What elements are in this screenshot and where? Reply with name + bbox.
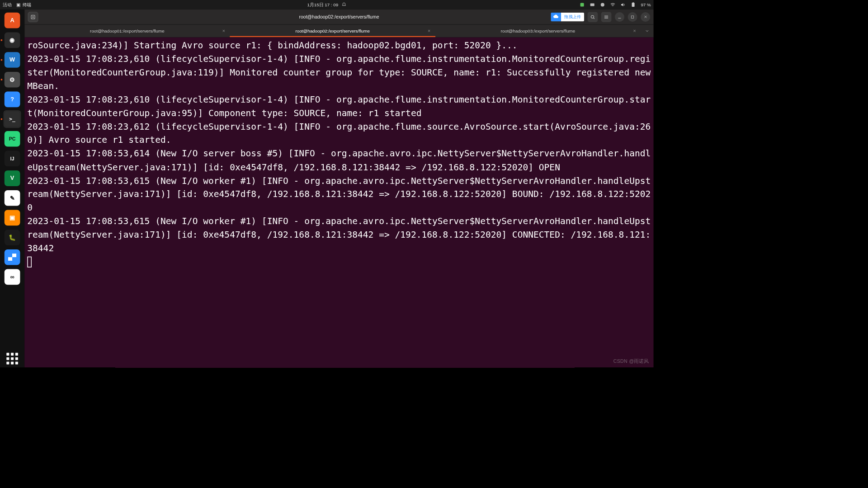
dock-vmware[interactable]: ▣ (4, 209, 21, 226)
terminal-tab-2[interactable]: root@hadoop02:/export/servers/flume× (230, 24, 435, 37)
dock-libreoffice-writer[interactable]: W (4, 51, 21, 69)
tab-label: root@hadoop02:/export/servers/flume (295, 28, 369, 33)
wifi-icon[interactable] (610, 2, 616, 8)
battery-percent: 97 % (641, 2, 651, 7)
svg-rect-7 (631, 16, 633, 18)
tab-close-icon[interactable]: × (222, 28, 225, 33)
new-tab-button[interactable] (28, 12, 38, 22)
svg-rect-4 (633, 2, 634, 3)
svg-point-6 (591, 15, 594, 18)
dock-terminal[interactable]: >_ (4, 110, 21, 128)
clock[interactable]: 1月15日 17 : 09 (307, 2, 339, 8)
window-title: root@hadoop02:/export/servers/flume (299, 14, 379, 19)
svg-point-2 (601, 3, 604, 7)
terminal-output: roSource.java:234)] Starting Avro source… (27, 40, 654, 253)
tray-app3-icon[interactable] (600, 2, 605, 8)
meeting-icon: ▄▀ (5, 249, 20, 265)
app-menu[interactable]: ▣ 终端 (16, 2, 31, 8)
ubuntu-software-icon: A (5, 13, 20, 28)
terminal-icon: >_ (5, 111, 20, 127)
terminal-viewport[interactable]: roSource.java:234)] Starting Avro source… (24, 38, 654, 367)
tray-app1-icon[interactable] (580, 2, 585, 8)
help-icon: ? (5, 92, 20, 108)
dock-meeting[interactable]: ▄▀ (4, 249, 21, 266)
dock-settings[interactable]: ⚙ (4, 71, 21, 89)
tab-overflow-button[interactable] (641, 24, 654, 37)
settings-icon: ⚙ (5, 72, 20, 88)
dock: A◉W⚙?>_PCIJV✎▣🐛▄▀∞ (0, 9, 24, 367)
dock-pycharm[interactable]: PC (4, 130, 21, 148)
rhythmbox-icon: ◉ (5, 33, 20, 48)
monitor-icon: 🐛 (5, 230, 20, 245)
show-applications-button[interactable] (4, 350, 21, 367)
pycharm-icon: PC (5, 131, 20, 147)
watermark: CSDN @雨诺风 (613, 359, 649, 365)
dock-rhythmbox[interactable]: ◉ (4, 31, 21, 49)
cloud-upload-icon (551, 12, 561, 21)
terminal-indicator-icon: ▣ (16, 2, 20, 7)
dock-vim[interactable]: V (4, 169, 21, 187)
tray-app2-icon[interactable] (590, 2, 595, 8)
dock-monitor[interactable]: 🐛 (4, 229, 21, 246)
upload-label: 拖拽上传 (561, 12, 584, 21)
tab-close-icon[interactable]: × (428, 28, 430, 33)
dock-baidu-netdisk[interactable]: ∞ (4, 268, 21, 286)
dock-ubuntu-software[interactable]: A (4, 12, 21, 29)
svg-rect-1 (590, 4, 594, 6)
search-button[interactable] (588, 12, 598, 22)
window-headerbar: root@hadoop02:/export/servers/flume 拖拽上传 (24, 9, 654, 24)
baidu-netdisk-icon: ∞ (5, 269, 20, 285)
tab-label: root@hadoop01:/export/servers/flume (90, 28, 164, 33)
dock-text-editor[interactable]: ✎ (4, 189, 21, 207)
battery-icon[interactable] (631, 2, 636, 8)
terminal-cursor (27, 257, 32, 267)
terminal-tab-3[interactable]: root@hadoop03:/export/servers/flume× (435, 24, 641, 37)
vim-icon: V (5, 170, 20, 186)
dock-intellij[interactable]: IJ (4, 150, 21, 167)
notification-bell-icon[interactable] (342, 2, 347, 7)
tab-label: root@hadoop03:/export/servers/flume (501, 28, 575, 33)
window-close-button[interactable] (641, 12, 650, 22)
svg-rect-3 (632, 3, 635, 7)
drag-upload-widget[interactable]: 拖拽上传 (551, 12, 584, 21)
svg-rect-0 (580, 3, 584, 7)
hamburger-menu-button[interactable] (601, 12, 612, 22)
app-menu-label: 终端 (23, 2, 32, 8)
terminal-tab-1[interactable]: root@hadoop01:/export/servers/flume× (24, 24, 230, 37)
window-minimize-button[interactable] (615, 12, 624, 22)
text-editor-icon: ✎ (5, 190, 20, 206)
intellij-icon: IJ (5, 151, 20, 167)
volume-icon[interactable] (620, 2, 626, 8)
window-maximize-button[interactable] (628, 12, 637, 22)
gnome-topbar: 活动 ▣ 终端 1月15日 17 : 09 97 % (0, 0, 654, 9)
tab-close-icon[interactable]: × (633, 28, 636, 33)
activities-button[interactable]: 活动 (3, 2, 12, 8)
dock-help[interactable]: ? (4, 90, 21, 108)
terminal-tabbar: root@hadoop01:/export/servers/flume×root… (24, 24, 654, 38)
libreoffice-writer-icon: W (5, 52, 20, 68)
apps-grid-icon (5, 352, 19, 366)
vmware-icon: ▣ (5, 210, 20, 226)
